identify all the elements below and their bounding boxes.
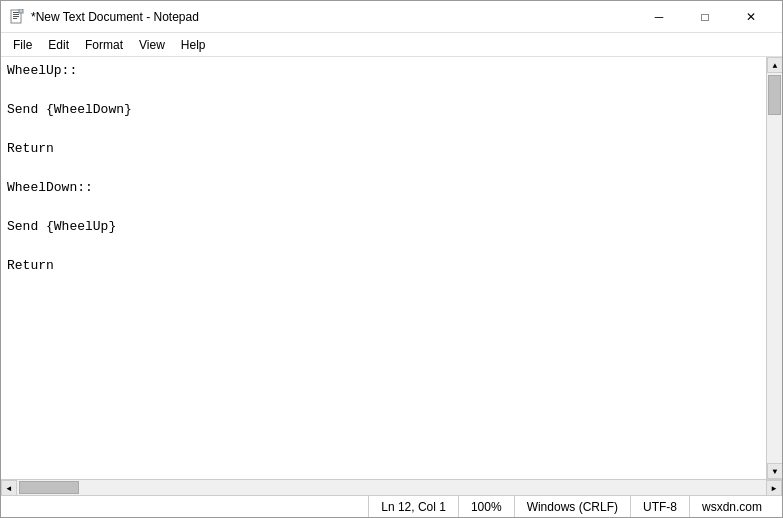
title-bar-left: *New Text Document - Notepad bbox=[9, 9, 199, 25]
notepad-window: *New Text Document - Notepad ─ □ ✕ File … bbox=[0, 0, 783, 518]
cursor-position: Ln 12, Col 1 bbox=[369, 496, 459, 517]
svg-rect-1 bbox=[13, 12, 19, 13]
scroll-left-button[interactable]: ◄ bbox=[1, 480, 17, 495]
menu-format[interactable]: Format bbox=[77, 36, 131, 54]
minimize-button[interactable]: ─ bbox=[636, 1, 682, 33]
scroll-up-button[interactable]: ▲ bbox=[767, 57, 782, 73]
zoom-level: 100% bbox=[459, 496, 515, 517]
scroll-down-button[interactable]: ▼ bbox=[767, 463, 782, 479]
notepad-icon bbox=[9, 9, 25, 25]
vertical-scrollbar[interactable]: ▲ ▼ bbox=[766, 57, 782, 479]
maximize-button[interactable]: □ bbox=[682, 1, 728, 33]
scroll-thumb-vertical[interactable] bbox=[768, 75, 781, 115]
menu-view[interactable]: View bbox=[131, 36, 173, 54]
horizontal-scrollbar[interactable]: ◄ ► bbox=[1, 479, 782, 495]
encoding: UTF-8 bbox=[631, 496, 690, 517]
svg-rect-5 bbox=[19, 9, 23, 13]
scroll-track-horizontal[interactable] bbox=[17, 480, 766, 495]
website: wsxdn.com bbox=[690, 496, 774, 517]
status-spacer bbox=[9, 496, 369, 517]
svg-rect-2 bbox=[13, 14, 19, 15]
menu-file[interactable]: File bbox=[5, 36, 40, 54]
menu-bar: File Edit Format View Help bbox=[1, 33, 782, 57]
window-title: *New Text Document - Notepad bbox=[31, 10, 199, 24]
status-bar: Ln 12, Col 1 100% Windows (CRLF) UTF-8 w… bbox=[1, 495, 782, 517]
line-ending: Windows (CRLF) bbox=[515, 496, 631, 517]
close-button[interactable]: ✕ bbox=[728, 1, 774, 33]
menu-help[interactable]: Help bbox=[173, 36, 214, 54]
title-bar-controls: ─ □ ✕ bbox=[636, 1, 774, 33]
scroll-track-vertical[interactable] bbox=[767, 73, 782, 463]
svg-rect-4 bbox=[13, 18, 17, 19]
svg-rect-3 bbox=[13, 16, 19, 17]
text-editor[interactable]: WheelUp:: Send {WheelDown} Return WheelD… bbox=[1, 57, 766, 479]
scroll-right-button[interactable]: ► bbox=[766, 480, 782, 495]
menu-edit[interactable]: Edit bbox=[40, 36, 77, 54]
title-bar: *New Text Document - Notepad ─ □ ✕ bbox=[1, 1, 782, 33]
scroll-thumb-horizontal[interactable] bbox=[19, 481, 79, 494]
editor-main: WheelUp:: Send {WheelDown} Return WheelD… bbox=[1, 57, 782, 479]
editor-wrapper: WheelUp:: Send {WheelDown} Return WheelD… bbox=[1, 57, 782, 495]
